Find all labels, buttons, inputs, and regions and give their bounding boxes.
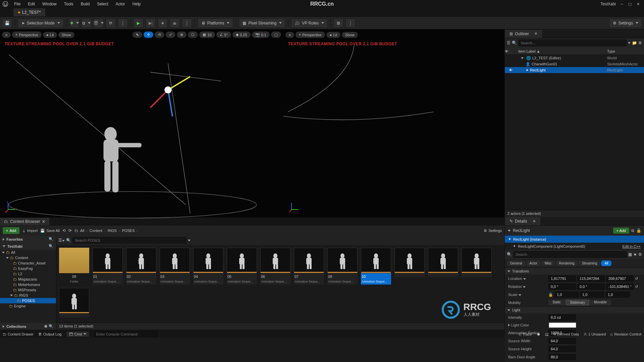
axis-gizmo[interactable] xyxy=(288,199,302,214)
details-search-input[interactable] xyxy=(513,251,627,258)
scale-y-input[interactable] xyxy=(580,292,604,298)
tree-item[interactable]: 🗀Engine xyxy=(0,303,56,309)
scale-x-input[interactable] xyxy=(554,292,579,298)
filter-icon[interactable]: ☰ xyxy=(507,41,511,45)
scale-tool-button[interactable]: ⤢ xyxy=(166,32,175,38)
output-log-button[interactable]: 🖹 Output Log xyxy=(38,332,61,336)
angle-snap-toggle[interactable]: ∠ 5° xyxy=(216,32,231,38)
chevron-down-icon[interactable] xyxy=(523,278,526,280)
selection-mode-dropdown[interactable]: ➤Selection Mode xyxy=(18,18,64,28)
reset-icon[interactable]: ↺ xyxy=(635,285,638,289)
add-component-button[interactable]: + Add xyxy=(613,228,629,234)
asset-item[interactable]: 01Animation Seque... xyxy=(93,248,123,285)
outliner-row[interactable]: 🌐L2_TEST (Editor)World xyxy=(505,55,644,61)
save-button[interactable]: 💾 xyxy=(2,18,12,28)
vp-roles-dropdown[interactable]: 🎥VP Roles xyxy=(291,18,328,28)
cb-grid[interactable]: 09Folder01Animation Seque...02Animation … xyxy=(56,245,504,322)
sequence-button[interactable]: ⟳ xyxy=(106,18,116,28)
add-content-button[interactable]: ✚ xyxy=(69,18,79,28)
coord-space-button[interactable]: ⊕ xyxy=(177,32,186,38)
menu-file[interactable]: File xyxy=(11,0,24,8)
light-color-swatch[interactable] xyxy=(549,322,576,328)
lit-dropdown[interactable]: ●Lit xyxy=(43,32,57,38)
viewport-canvas[interactable] xyxy=(283,37,504,231)
cb-search-input[interactable] xyxy=(72,237,186,244)
search-icon[interactable]: 🔍 xyxy=(49,237,53,241)
derived-data-button[interactable]: ⧉ Derived Data xyxy=(553,332,579,336)
menu-build[interactable]: Build xyxy=(77,0,93,8)
tree-item[interactable]: 🗀All xyxy=(0,250,56,255)
location-x-input[interactable] xyxy=(548,276,576,282)
surface-snap-button[interactable]: ⬡ xyxy=(188,32,198,38)
source-width-input[interactable] xyxy=(548,338,576,344)
source-height-input[interactable] xyxy=(548,346,576,352)
platforms-dropdown[interactable]: 🖥Platforms xyxy=(198,18,233,28)
tree-item[interactable]: 🗀Character_Asset xyxy=(0,260,56,266)
asset-item[interactable] xyxy=(59,288,89,317)
tree-item[interactable]: 🗀Megascans xyxy=(0,277,56,282)
asset-item[interactable]: 10Animation Seque... xyxy=(361,248,391,285)
marketplace-button[interactable]: ⧉ xyxy=(82,18,92,28)
intensity-input[interactable] xyxy=(548,314,576,320)
show-dropdown[interactable]: Show xyxy=(342,32,358,38)
bookmark-button[interactable]: 🕮 xyxy=(545,332,549,336)
mobility-static[interactable]: Static xyxy=(548,300,565,305)
outliner-tab[interactable]: ⊞Outliner✕ xyxy=(505,30,542,38)
asset-item[interactable]: 03Animation Seque... xyxy=(160,248,190,285)
collections-header[interactable]: Collections⊕🔍 xyxy=(0,323,56,330)
level-tab[interactable]: L2_TEST* xyxy=(13,8,45,16)
tree-item[interactable]: 🗀MetaHumans xyxy=(0,282,56,287)
revision-control-button[interactable]: ⎌ Revision Control xyxy=(610,332,641,336)
chevron-down-icon[interactable] xyxy=(628,42,631,44)
eject-button[interactable]: ⏏ xyxy=(170,18,180,28)
show-dropdown[interactable]: Show xyxy=(58,32,74,38)
step-button[interactable]: ▶| xyxy=(146,18,156,28)
console-input[interactable] xyxy=(94,331,158,337)
type-column[interactable]: Type xyxy=(607,49,644,53)
camera-speed-slider[interactable]: 📷 0.1 xyxy=(252,32,270,38)
menu-tools[interactable]: Tools xyxy=(61,0,77,8)
tree-item[interactable]: 🗀POSES xyxy=(0,298,56,303)
pixel-streaming-dropdown[interactable]: ▦Pixel Streaming xyxy=(239,18,285,28)
visibility-cell[interactable]: 👁 xyxy=(505,68,516,72)
outliner-row[interactable]: 👤CharwithGun01SkeletalMeshActor xyxy=(505,61,644,67)
close-button[interactable]: ✕ xyxy=(635,1,641,7)
tree-item[interactable]: 🗀MSPresets xyxy=(0,287,56,293)
trace-button[interactable]: ⎌ Trace xyxy=(519,332,532,336)
gear-icon[interactable]: ⚙ xyxy=(638,252,642,257)
mobility-movable[interactable]: Movable xyxy=(590,300,611,305)
rotation-y-input[interactable] xyxy=(577,284,605,290)
gear-icon[interactable]: ⚙ xyxy=(638,41,642,45)
minimize-button[interactable]: ─ xyxy=(619,1,625,7)
asset-item[interactable] xyxy=(462,248,492,285)
perspective-dropdown[interactable]: ⌖Perspective xyxy=(296,32,325,38)
item-label-column[interactable]: Item Label ▲ xyxy=(516,49,607,53)
lock-icon[interactable]: 🔓 xyxy=(548,293,553,297)
asset-item[interactable] xyxy=(428,248,458,285)
maximize-button[interactable]: ▢ xyxy=(627,1,633,7)
rotation-z-input[interactable] xyxy=(606,284,634,290)
menu-actor[interactable]: Actor xyxy=(112,0,128,8)
asset-item[interactable]: 06Animation Seque... xyxy=(260,248,290,285)
rotate-tool-button[interactable]: ⟲ xyxy=(155,32,164,38)
tree-item[interactable]: 🗀EasyFog xyxy=(0,266,56,271)
unsaved-button[interactable]: ⚠ 1 Unsaved xyxy=(584,332,606,336)
tree-item[interactable]: 🗀Content xyxy=(0,255,56,260)
scale-z-input[interactable] xyxy=(605,292,630,298)
axis-gizmo[interactable]: YZX xyxy=(5,199,18,214)
select-tool-button[interactable]: ⬉ xyxy=(132,32,142,38)
maximize-viewport-button[interactable]: ▢ xyxy=(271,32,281,38)
translate-tool-button[interactable]: ✥ xyxy=(144,32,153,38)
filter-actor[interactable]: Actor xyxy=(526,260,541,266)
reset-icon[interactable]: ↺ xyxy=(635,277,638,281)
folder-icon[interactable]: 📁 xyxy=(632,41,637,45)
component-row[interactable]: ✦RectLightComponent (LightComponent0)Edi… xyxy=(505,243,644,250)
perspective-dropdown[interactable]: ⌖Perspective xyxy=(12,32,41,38)
asset-item[interactable]: 04Animation Seque... xyxy=(193,248,223,285)
outliner-row[interactable]: 👁✦RectLightRectLight xyxy=(505,67,644,73)
edit-cpp-link[interactable]: Edit in C++ xyxy=(623,244,641,248)
viewport-menu-button[interactable]: ≡ xyxy=(285,32,294,38)
project-header[interactable]: TestXabi🔍 xyxy=(0,243,56,250)
chevron-down-icon[interactable] xyxy=(519,294,521,296)
filter-icon[interactable]: ☰ xyxy=(58,238,65,243)
